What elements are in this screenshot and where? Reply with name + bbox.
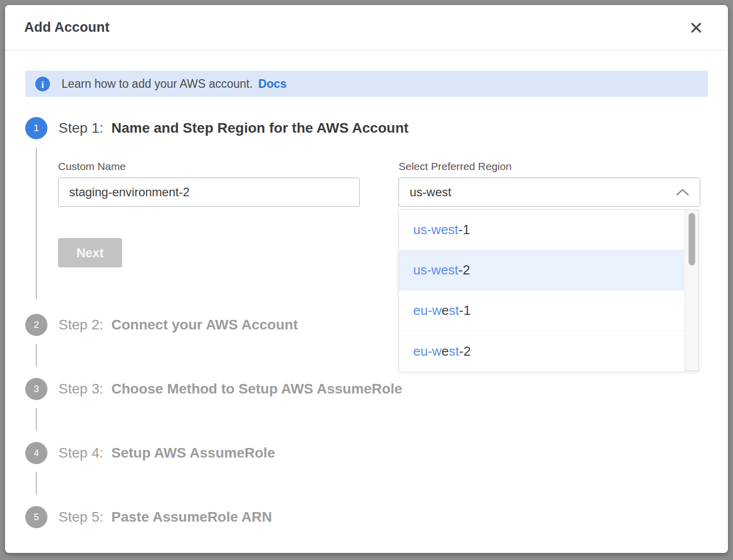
region-option[interactable]: eu-west-2 xyxy=(399,331,684,371)
docs-link[interactable]: Docs xyxy=(258,77,287,91)
rail-line xyxy=(36,148,37,299)
close-button[interactable] xyxy=(688,19,705,36)
dropdown-scrollbar-thumb[interactable] xyxy=(689,213,695,265)
region-option-text: e xyxy=(441,303,448,318)
step-3-label: Step 3: xyxy=(59,381,103,397)
region-option-text: -1 xyxy=(459,222,470,238)
step-4-row: 4 Step 4: Setup AWS AssumeRole xyxy=(25,442,708,464)
dropdown-scrollbar[interactable] xyxy=(684,210,698,370)
step-3-title: Choose Method to Setup AWS AssumeRole xyxy=(111,381,403,397)
step-connector xyxy=(25,336,47,378)
step-5-indicator: 5 xyxy=(25,506,47,528)
step-2-heading: Step 2: Connect your AWS Account xyxy=(59,317,298,333)
step-1-form: Custom Name Next Select Preferred Region… xyxy=(58,139,708,300)
region-option-text: eu-w xyxy=(413,303,441,318)
region-option[interactable]: us-west-1 xyxy=(399,210,684,250)
steps-wizard: 1 Step 1: Name and Step Region for the A… xyxy=(25,117,708,528)
step-1-heading: Step 1: Name and Step Region for the AWS… xyxy=(59,120,409,136)
step-4-title: Setup AWS AssumeRole xyxy=(111,445,275,461)
region-option[interactable]: us-west-2 xyxy=(399,250,684,291)
banner-text: Learn how to add your AWS account. xyxy=(62,77,253,91)
chevron-up-icon xyxy=(675,188,690,196)
svg-text:i: i xyxy=(41,79,44,89)
step-5-row: 5 Step 5: Paste AssumeRole ARN xyxy=(25,506,708,528)
custom-name-input[interactable] xyxy=(58,178,360,207)
step-1-row: 1 Step 1: Name and Step Region for the A… xyxy=(25,117,708,139)
step-connector xyxy=(25,464,47,506)
step-1-title: Name and Step Region for the AWS Account xyxy=(111,120,409,136)
step-4-heading: Step 4: Setup AWS AssumeRole xyxy=(59,445,275,461)
step-4-label: Step 4: xyxy=(59,445,103,461)
region-option-text: us-west xyxy=(413,222,459,238)
region-option-text: st xyxy=(449,303,459,318)
region-combobox[interactable]: us-west xyxy=(399,178,700,207)
step-2-label: Step 2: xyxy=(59,317,103,333)
region-option-text: -2 xyxy=(459,344,471,359)
region-option-text: st xyxy=(449,344,459,359)
step-1-rail xyxy=(25,139,47,300)
region-dropdown-list: us-west-1us-west-2eu-west-1eu-west-2 xyxy=(399,210,684,370)
step-3-heading: Step 3: Choose Method to Setup AWS Assum… xyxy=(59,381,402,397)
custom-name-column: Custom Name Next xyxy=(58,160,360,267)
step-1-content: Custom Name Next Select Preferred Region… xyxy=(25,139,708,300)
rail-line xyxy=(36,344,37,367)
region-option-text: us-west xyxy=(413,262,459,278)
close-icon xyxy=(690,21,703,34)
modal-header: Add Account xyxy=(5,5,728,50)
rail-line xyxy=(36,472,37,495)
step-3-row: 3 Step 3: Choose Method to Setup AWS Ass… xyxy=(25,378,708,400)
modal-body: i Learn how to add your AWS account. Doc… xyxy=(5,50,728,528)
modal-title: Add Account xyxy=(24,20,109,35)
region-option-text: -2 xyxy=(459,262,470,278)
add-account-modal: Add Account i Learn how to add your AWS … xyxy=(5,5,728,553)
next-button[interactable]: Next xyxy=(58,238,122,267)
step-1-indicator: 1 xyxy=(25,117,47,139)
step-connector xyxy=(25,400,47,442)
region-column: Select Preferred Region us-west us-west-… xyxy=(399,160,700,267)
step-4-indicator: 4 xyxy=(25,442,47,464)
info-banner: i Learn how to add your AWS account. Doc… xyxy=(25,71,708,97)
step-2-indicator: 2 xyxy=(25,314,47,336)
region-option-text: e xyxy=(441,344,448,359)
region-option[interactable]: eu-west-1 xyxy=(399,291,684,331)
region-value: us-west xyxy=(410,185,452,199)
step-2-title: Connect your AWS Account xyxy=(111,317,298,333)
rail-line xyxy=(36,408,37,431)
overlay-frame: Add Account i Learn how to add your AWS … xyxy=(0,0,733,560)
info-icon: i xyxy=(35,77,50,91)
custom-name-label: Custom Name xyxy=(58,160,360,173)
step-5-heading: Step 5: Paste AssumeRole ARN xyxy=(59,509,272,525)
region-dropdown: us-west-1us-west-2eu-west-1eu-west-2 xyxy=(399,209,699,371)
step-5-title: Paste AssumeRole ARN xyxy=(111,509,272,525)
step-5-label: Step 5: xyxy=(59,509,103,525)
step-3-indicator: 3 xyxy=(25,378,47,400)
region-label: Select Preferred Region xyxy=(399,160,700,173)
region-option-text: eu-w xyxy=(413,344,441,359)
region-option-text: -1 xyxy=(459,303,471,318)
step-1-label: Step 1: xyxy=(59,120,103,136)
